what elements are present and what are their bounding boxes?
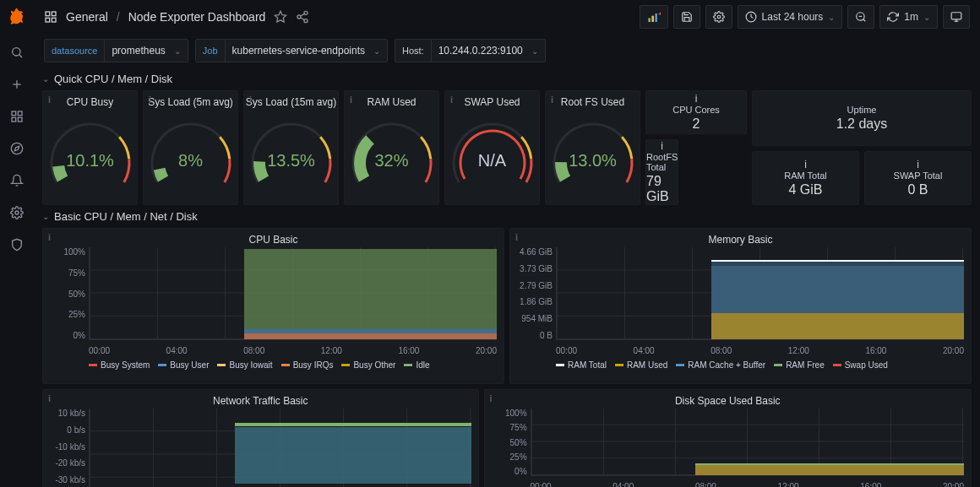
gauge-cpu-busy[interactable]: i CPU Busy 10.1% — [42, 90, 138, 205]
legend-item[interactable]: RAM Cache + Buffer — [676, 360, 765, 370]
plus-icon[interactable] — [8, 76, 25, 93]
save-button[interactable] — [673, 5, 700, 29]
page-title[interactable]: Node Exporter Dashboard — [128, 10, 266, 24]
settings-button[interactable] — [705, 5, 732, 29]
stat-title: SWAP Total — [894, 170, 943, 181]
legend-item[interactable]: Busy Other — [341, 360, 395, 370]
alerting-icon[interactable] — [8, 172, 25, 189]
legend-swatch — [404, 364, 412, 366]
info-icon[interactable]: i — [917, 159, 919, 170]
tick: 25% — [68, 310, 85, 319]
chevron-down-icon: ⌄ — [373, 46, 380, 56]
var-datasource[interactable]: datasource prometheus⌄ — [44, 39, 188, 62]
info-icon[interactable]: i — [490, 393, 493, 403]
legend-item[interactable]: Busy System — [89, 360, 150, 370]
legend-item[interactable]: RAM Used — [615, 360, 667, 370]
tick: 16:00 — [865, 346, 886, 355]
row-basic-header[interactable]: ⌄Basic CPU / Mem / Net / Disk — [42, 210, 972, 223]
tick: 12:00 — [778, 482, 799, 487]
share-icon[interactable] — [296, 10, 309, 24]
stat-ram-total[interactable]: iRAM Total4 GiB — [752, 151, 859, 205]
info-icon[interactable]: i — [48, 232, 51, 242]
stat-swap-total[interactable]: iSWAP Total0 B — [864, 151, 972, 205]
legend-item[interactable]: Busy Iowait — [217, 360, 272, 370]
legend-label: Busy User — [170, 360, 209, 370]
legend-swatch — [217, 364, 226, 366]
legend-item[interactable]: RAM Total — [556, 360, 607, 370]
info-icon[interactable]: i — [804, 159, 807, 170]
stat-rootfs[interactable]: iRootFS Total79 GiB — [645, 139, 678, 205]
legend-item[interactable]: Busy IRQs — [281, 360, 334, 370]
row-quick-header[interactable]: ⌄Quick CPU / Mem / Disk — [42, 73, 972, 85]
panel-network-basic[interactable]: i Network Traffic Basic 10 kb/s0 b/s-10 … — [42, 389, 479, 487]
var-host[interactable]: Host: 10.244.0.223:9100⌄ — [395, 39, 546, 62]
info-icon[interactable]: i — [661, 140, 663, 152]
tv-mode-button[interactable] — [943, 5, 970, 29]
tick: 16:00 — [860, 482, 881, 487]
add-panel-button[interactable]: + — [640, 5, 668, 29]
refresh-button[interactable]: 1m ⌄ — [879, 5, 938, 29]
gauge-root-fs-used[interactable]: i Root FS Used 13.0% — [545, 90, 640, 205]
legend-swatch — [556, 364, 564, 366]
chevron-down-icon: ⌄ — [42, 74, 49, 84]
stat-title: RootFS Total — [646, 152, 678, 172]
info-icon[interactable]: i — [350, 95, 352, 105]
stat-cpu-cores[interactable]: iCPU Cores2 — [645, 90, 747, 134]
gauge-sys-load-5m-avg-[interactable]: i Sys Load (5m avg) 8% — [143, 90, 238, 205]
mem-plot — [556, 247, 964, 340]
tick: 20:00 — [943, 482, 964, 487]
svg-rect-13 — [46, 18, 50, 22]
legend-label: Swap Used — [845, 360, 888, 370]
tick: 0% — [514, 467, 526, 476]
zoom-out-button[interactable] — [847, 5, 874, 29]
legend-label: Busy System — [101, 360, 150, 370]
panel-title: RAM Used — [345, 91, 438, 110]
grafana-logo-icon[interactable] — [5, 5, 29, 29]
breadcrumb: General / Node Exporter Dashboard — [66, 10, 265, 24]
info-icon[interactable]: i — [48, 393, 51, 403]
svg-rect-7 — [18, 117, 22, 122]
gauge-swap-used[interactable]: i SWAP Used N/A — [444, 90, 540, 205]
legend-item[interactable]: Idle — [404, 360, 429, 370]
tick: -30 kb/s — [55, 475, 85, 484]
panel-cpu-basic[interactable]: i CPU Basic 100%75%50%25%0% 00:0004:0008… — [42, 228, 504, 384]
panel-memory-basic[interactable]: i Memory Basic 4.66 GiB3.73 GiB2.79 GiB1… — [509, 228, 972, 384]
svg-point-8 — [11, 143, 22, 154]
star-icon[interactable] — [274, 10, 287, 24]
gauge-body: 8% — [144, 110, 237, 191]
info-icon[interactable]: i — [149, 95, 151, 105]
info-icon[interactable]: i — [515, 232, 518, 242]
var-job[interactable]: Job kubernetes-service-endpoints⌄ — [195, 39, 388, 62]
svg-rect-21 — [648, 18, 651, 22]
apps-icon[interactable] — [44, 10, 57, 24]
gauge-sys-load-15m-avg-[interactable]: i Sys Load (15m avg) 13.5% — [243, 90, 339, 205]
info-icon[interactable]: i — [48, 95, 51, 105]
info-icon[interactable]: i — [450, 95, 453, 105]
info-icon[interactable]: i — [551, 95, 553, 105]
explore-icon[interactable] — [8, 140, 25, 157]
panel-disk-basic[interactable]: i Disk Space Used Basic 100%75%50%25%0% … — [484, 389, 972, 487]
legend-item[interactable]: Swap Used — [833, 360, 888, 370]
dashboards-icon[interactable] — [8, 108, 25, 125]
template-vars: datasource prometheus⌄ Job kubernetes-se… — [34, 34, 980, 68]
stat-uptime[interactable]: Uptime1.2 days — [752, 90, 972, 146]
gauge-ram-used[interactable]: i RAM Used 32% — [344, 90, 439, 205]
info-icon[interactable]: i — [249, 95, 252, 105]
svg-rect-5 — [18, 111, 22, 116]
svg-line-19 — [301, 18, 305, 20]
legend-item[interactable]: Busy User — [158, 360, 209, 370]
breadcrumb-folder[interactable]: General — [66, 10, 108, 24]
stat-title: Uptime — [847, 105, 877, 115]
tick: 3.73 GiB — [520, 264, 553, 273]
server-admin-icon[interactable] — [8, 236, 25, 253]
svg-point-17 — [297, 15, 301, 19]
legend-item[interactable]: RAM Free — [774, 360, 825, 370]
chevron-down-icon: ⌄ — [923, 13, 930, 22]
timerange-picker[interactable]: Last 24 hours ⌄ — [738, 5, 843, 29]
configuration-icon[interactable] — [8, 204, 25, 221]
info-icon[interactable]: i — [695, 93, 698, 105]
stat-title: RAM Total — [784, 170, 827, 181]
chevron-down-icon: ⌄ — [174, 46, 181, 56]
search-icon[interactable] — [8, 44, 25, 61]
legend-label: Busy Iowait — [229, 360, 272, 370]
